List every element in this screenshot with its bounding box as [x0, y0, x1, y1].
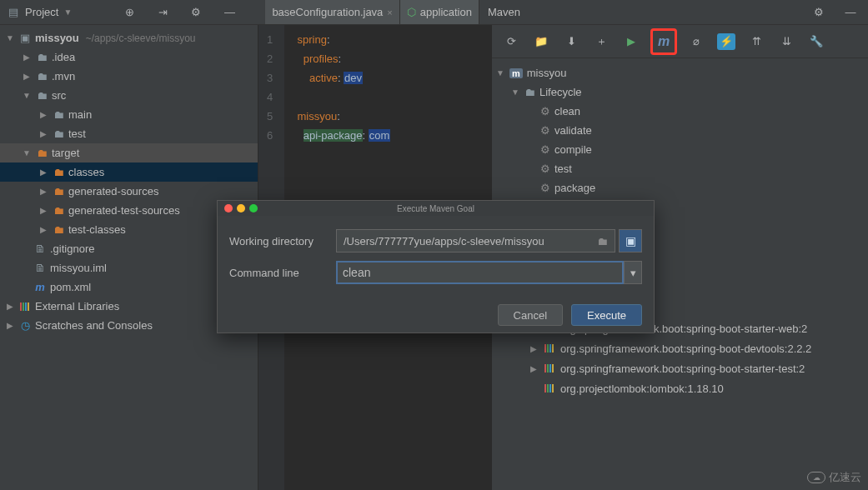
working-directory-field[interactable]: /Users/777777yue/apps/c-sleeve/missyou🖿 — [336, 229, 615, 252]
chevron-down-icon[interactable]: ▼ — [22, 91, 32, 100]
command-line-input[interactable] — [336, 261, 624, 284]
chevron-right-icon[interactable]: ▶ — [38, 225, 48, 234]
dialog-titlebar[interactable]: Execute Maven Goal — [218, 201, 654, 216]
tree-item-idea[interactable]: ▶ 🖿 .idea — [0, 48, 258, 67]
gear-icon: ⚙ — [540, 162, 550, 175]
maven-root[interactable]: ▼ m missyou — [492, 63, 868, 82]
collapse-all-icon[interactable]: ⇈ — [745, 31, 767, 52]
tree-item-test[interactable]: ▶ 🖿 test — [0, 124, 258, 143]
svg-rect-3 — [28, 302, 29, 311]
chevron-right-icon[interactable]: ▶ — [529, 344, 539, 353]
dependency-row[interactable]: ▶org.projectlombok:lombok:1.18.10 — [492, 378, 868, 398]
maven-goal-test[interactable]: ⚙test — [492, 159, 868, 178]
svg-rect-0 — [20, 302, 22, 311]
editor-tab-application[interactable]: ⬡ application — [400, 0, 479, 24]
refresh-icon[interactable]: ⟳ — [500, 31, 522, 52]
zoom-window-icon[interactable] — [249, 204, 258, 212]
browse-icon[interactable]: 🖿 — [597, 235, 608, 248]
chevron-down-icon[interactable]: ▼ — [22, 148, 32, 158]
dependency-row[interactable]: ▶org.springframework.boot:spring-boot-st… — [492, 358, 868, 378]
chevron-right-icon[interactable]: ▶ — [529, 364, 539, 373]
gear-icon[interactable]: ⚙ — [808, 2, 830, 23]
chevron-right-icon[interactable]: ▶ — [22, 52, 32, 62]
tree-item-classes[interactable]: ▶ 🖿 classes — [0, 162, 258, 182]
maven-root-label: missyou — [527, 67, 567, 79]
maven-panel-title: Maven — [488, 6, 520, 18]
target-icon[interactable]: ⊕ — [118, 2, 140, 23]
scratch-icon: ◷ — [18, 319, 32, 332]
chevron-down-icon[interactable]: ▼ — [495, 68, 505, 78]
library-icon — [544, 342, 555, 354]
tree-label: .idea — [52, 51, 75, 63]
collapse-icon[interactable]: ⇥ — [152, 2, 173, 23]
file-icon: 🗎 — [33, 242, 47, 255]
svg-rect-12 — [544, 364, 546, 372]
maven-goal-compile[interactable]: ⚙compile — [492, 140, 868, 159]
minimize-icon[interactable]: — — [840, 2, 861, 23]
folder-icon: 🖿 — [35, 147, 48, 159]
settings-icon[interactable]: 🔧 — [805, 31, 827, 52]
maven-goal-validate[interactable]: ⚙validate — [492, 121, 868, 140]
chevron-right-icon[interactable]: ▶ — [38, 110, 48, 119]
editor-tab-java[interactable]: baseConfiguration.java × — [265, 0, 399, 24]
folder-icon: 🖿 — [52, 108, 65, 121]
tree-item-mvn[interactable]: ▶ 🖿 .mvn — [0, 67, 258, 86]
history-dropdown[interactable]: ▾ — [624, 261, 642, 284]
svg-rect-19 — [552, 384, 554, 392]
svg-rect-15 — [552, 364, 554, 372]
library-icon — [544, 362, 555, 374]
tree-label: classes — [68, 166, 104, 178]
hide-icon[interactable]: — — [218, 2, 240, 23]
tree-item-main[interactable]: ▶ 🖿 main — [0, 105, 258, 124]
expand-all-icon[interactable]: ⇊ — [775, 31, 797, 52]
toggle-skip-tests-icon[interactable]: ⌀ — [685, 31, 707, 52]
maven-icon: m — [33, 281, 47, 293]
project-dropdown[interactable]: ▤ Project ▼ — [7, 6, 72, 18]
execute-maven-goal-button[interactable]: m — [650, 28, 677, 55]
run-icon[interactable]: ▶ — [620, 31, 642, 52]
cancel-button[interactable]: Cancel — [498, 304, 563, 326]
module-picker-button[interactable]: ▣ — [619, 229, 642, 252]
window-controls[interactable] — [218, 204, 258, 212]
chevron-down-icon[interactable]: ▼ — [510, 88, 520, 97]
tree-path: ~/apps/c-sleeve/missyou — [86, 32, 196, 44]
add-icon[interactable]: ＋ — [590, 31, 612, 52]
tree-label: generated-test-sources — [68, 204, 180, 217]
maven-lifecycle-folder[interactable]: ▼ 🖿 Lifecycle — [492, 82, 868, 102]
generate-sources-icon[interactable]: 📁 — [530, 31, 552, 52]
working-directory-label: Working directory — [229, 235, 336, 248]
close-icon[interactable]: × — [387, 8, 392, 18]
tree-item-target[interactable]: ▼ 🖿 target — [0, 143, 258, 162]
tree-item-gensources[interactable]: ▶ 🖿 generated-sources — [0, 182, 258, 201]
folder-icon: 🖿 — [35, 89, 48, 102]
chevron-right-icon[interactable]: ▶ — [5, 321, 15, 330]
gear-icon: ⚙ — [540, 143, 550, 156]
tree-item-src[interactable]: ▼ 🖿 src — [0, 86, 258, 105]
chevron-right-icon[interactable]: ▶ — [38, 187, 48, 196]
dependency-row[interactable]: ▶org.springframework.boot:spring-boot-de… — [492, 338, 868, 358]
gear-icon[interactable]: ⚙ — [185, 2, 207, 23]
maven-goal-clean[interactable]: ⚙clean — [492, 102, 868, 121]
folder-icon: 🖿 — [52, 204, 65, 217]
svg-rect-17 — [547, 384, 549, 392]
chevron-right-icon[interactable]: ▶ — [38, 206, 48, 215]
spring-icon: ⬡ — [407, 6, 416, 18]
download-icon[interactable]: ⬇ — [560, 31, 582, 52]
maven-goal-package[interactable]: ⚙package — [492, 178, 868, 198]
chevron-right-icon[interactable]: ▶ — [38, 129, 48, 138]
svg-rect-16 — [544, 384, 546, 392]
close-window-icon[interactable] — [224, 204, 233, 212]
minimize-window-icon[interactable] — [237, 204, 245, 212]
chevron-down-icon: ▼ — [63, 8, 72, 17]
tree-label: test — [68, 128, 86, 140]
chevron-right-icon[interactable]: ▶ — [38, 168, 48, 177]
project-label: Project — [25, 6, 58, 18]
lifecycle-label: Lifecycle — [539, 86, 582, 98]
bolt-icon[interactable]: ⚡ — [715, 31, 737, 52]
tree-root[interactable]: ▼ ▣ missyou ~/apps/c-sleeve/missyou — [0, 28, 258, 48]
chevron-right-icon[interactable]: ▶ — [5, 302, 15, 311]
chevron-right-icon[interactable]: ▶ — [22, 72, 32, 81]
tab-label: baseConfiguration.java — [272, 6, 383, 18]
execute-button[interactable]: Execute — [571, 304, 642, 326]
chevron-down-icon[interactable]: ▼ — [5, 33, 15, 42]
